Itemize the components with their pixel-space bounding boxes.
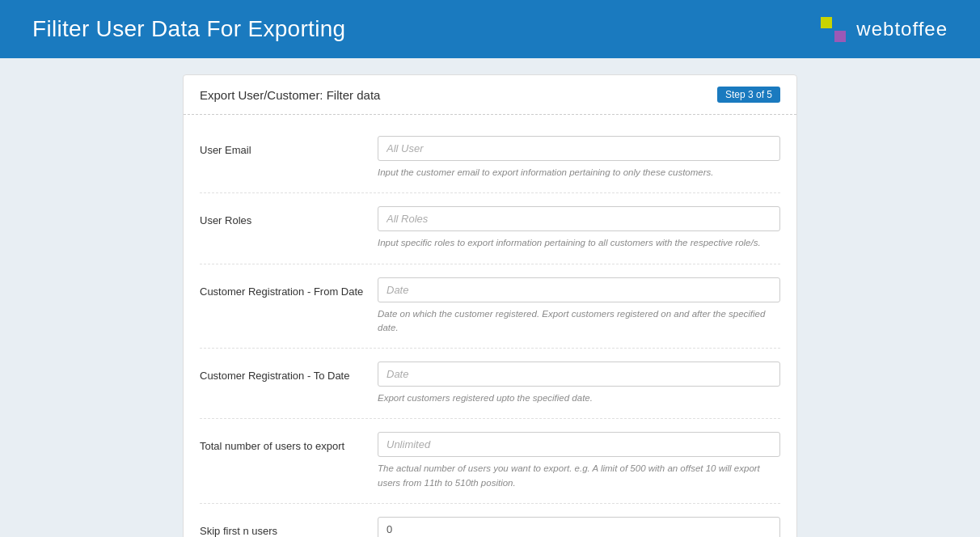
input-col-skip-users: Specify the number of users that should …	[378, 517, 780, 537]
form-row-reg-from-date: Customer Registration - From DateDate on…	[200, 264, 780, 349]
label-col-user-email: User Email	[200, 136, 378, 157]
page-header: Filiter User Data For Exporting webtoffe…	[0, 0, 980, 58]
input-total-users[interactable]	[378, 432, 780, 457]
input-skip-users[interactable]	[378, 517, 780, 537]
form-row-total-users: Total number of users to exportThe actua…	[200, 419, 780, 504]
label-col-reg-from-date: Customer Registration - From Date	[200, 277, 378, 298]
label-col-user-roles: User Roles	[200, 206, 378, 227]
main-content: Export User/Customer: Filter data Step 3…	[0, 58, 980, 537]
label-col-reg-to-date: Customer Registration - To Date	[200, 362, 378, 383]
logo-square-3	[821, 31, 832, 42]
form-row-reg-to-date: Customer Registration - To DateExport cu…	[200, 349, 780, 419]
form-row-user-roles: User RolesInput specific roles to export…	[200, 193, 780, 264]
logo-square-1	[821, 17, 832, 28]
input-reg-to-date[interactable]	[378, 362, 780, 387]
form-row-user-email: User EmailInput the customer email to ex…	[200, 123, 780, 193]
logo-square-2	[834, 17, 846, 28]
label-total-users: Total number of users to export	[200, 440, 344, 452]
label-col-total-users: Total number of users to export	[200, 432, 378, 453]
logo-text: webtoffee	[856, 18, 948, 40]
form-row-skip-users: Skip first n usersSpecify the number of …	[200, 504, 780, 537]
input-col-user-roles: Input specific roles to export informati…	[378, 206, 780, 250]
hint-reg-from-date: Date on which the customer registered. E…	[378, 307, 780, 336]
label-user-email: User Email	[200, 144, 251, 156]
form-body: User EmailInput the customer email to ex…	[184, 115, 796, 537]
input-col-reg-from-date: Date on which the customer registered. E…	[378, 277, 780, 336]
form-card-header: Export User/Customer: Filter data Step 3…	[184, 75, 796, 115]
label-col-skip-users: Skip first n users	[200, 517, 378, 537]
input-col-user-email: Input the customer email to export infor…	[378, 136, 780, 180]
label-skip-users: Skip first n users	[200, 525, 277, 537]
hint-user-roles: Input specific roles to export informati…	[378, 236, 780, 250]
input-col-total-users: The actual number of users you want to e…	[378, 432, 780, 490]
input-user-email[interactable]	[378, 136, 780, 161]
hint-total-users: The actual number of users you want to e…	[378, 462, 780, 490]
input-reg-from-date[interactable]	[378, 277, 780, 302]
label-reg-to-date: Customer Registration - To Date	[200, 370, 349, 382]
logo-square-4	[834, 31, 846, 42]
input-col-reg-to-date: Export customers registered upto the spe…	[378, 362, 780, 405]
hint-reg-to-date: Export customers registered upto the spe…	[378, 391, 780, 405]
logo-squares	[821, 17, 850, 42]
form-card: Export User/Customer: Filter data Step 3…	[183, 74, 797, 537]
page-title: Filiter User Data For Exporting	[32, 16, 345, 42]
logo-area: webtoffee	[821, 17, 948, 42]
input-user-roles[interactable]	[378, 206, 780, 231]
label-user-roles: User Roles	[200, 214, 251, 226]
label-reg-from-date: Customer Registration - From Date	[200, 285, 363, 298]
form-card-title: Export User/Customer: Filter data	[200, 88, 380, 102]
step-badge: Step 3 of 5	[717, 87, 780, 103]
hint-user-email: Input the customer email to export infor…	[378, 166, 780, 180]
